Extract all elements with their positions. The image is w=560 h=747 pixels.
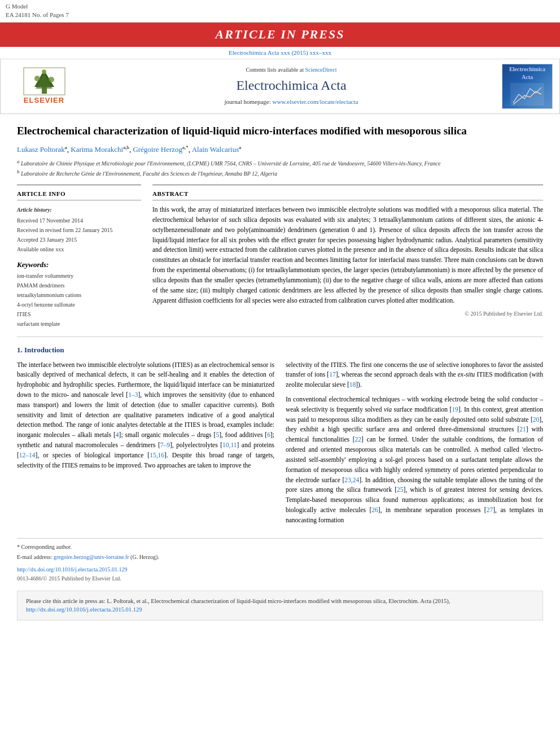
body-two-col: The interface between two immiscible ele… [17, 360, 543, 530]
journal-header: ELSEVIER Contents lists available at Sci… [0, 59, 560, 114]
ref-7-9[interactable]: 7–9 [160, 442, 170, 448]
ref-23-24[interactable]: 23,24 [344, 477, 359, 483]
main-content: Electrochemical characterization of liqu… [0, 114, 560, 631]
article-info-col: ARTICLE INFO Article history: Received 1… [17, 185, 141, 329]
body-col-right: selectivity of the ITIES. The first one … [286, 360, 543, 530]
ref-17[interactable]: 17 [329, 371, 336, 378]
ref-18[interactable]: 18 [349, 381, 356, 388]
elsevier-logo: ELSEVIER [7, 67, 81, 106]
author-herzog: Grégoire Herzog [133, 145, 182, 154]
ref-4[interactable]: 4 [116, 431, 119, 438]
abstract-col: ABSTRACT In this work, the array of mini… [152, 185, 543, 329]
ref-20[interactable]: 20 [533, 416, 540, 423]
footer-citation: Please cite this article in press as: L.… [17, 591, 543, 621]
footnote-corresponding: * Corresponding author. [17, 543, 543, 551]
elsevier-tree-icon [23, 67, 65, 95]
intro-para-2: selectivity of the ITIES. The first one … [286, 360, 543, 390]
svg-point-4 [49, 77, 54, 82]
doi-bar: Electrochimica Acta xxx (2015) xxx–xxx [0, 47, 560, 59]
ref-5[interactable]: 5 [216, 431, 219, 438]
email-link[interactable]: gregoire.herzog@univ-lorraine.fr [54, 554, 129, 560]
accepted-date: Accepted 23 January 2015 [17, 235, 141, 244]
author-walcarius: Alain Walcarius [192, 145, 239, 154]
affiliation-b: b Laboratoire de Recherche Génie de l'En… [17, 168, 543, 178]
ref-27[interactable]: 27 [487, 506, 493, 513]
abstract-text: In this work, the array of miniaturized … [152, 205, 543, 305]
article-info-abstract: ARTICLE INFO Article history: Received 1… [17, 185, 543, 329]
keyword-2: PAMAM dendrimers [17, 281, 141, 290]
keywords-heading: Keywords: [17, 260, 141, 270]
contents-available: Contents lists available at ScienceDirec… [81, 66, 502, 74]
intro-para-3: In conventional electrochemical techniqu… [286, 395, 543, 526]
license-text: 0013-4686/© 2015 Published by Elsevier L… [17, 575, 543, 583]
ref-26[interactable]: 26 [371, 506, 378, 513]
history-heading: Article history: [17, 205, 141, 215]
author-morakchi: Karima Morakchi [71, 145, 123, 154]
keyword-1: ion-transfer voltammetry [17, 271, 141, 281]
intro-para-1: The interface between two immiscible ele… [17, 360, 274, 471]
svg-point-5 [42, 69, 46, 74]
journal-homepage: journal homepage: www.elsevier.com/locat… [81, 98, 502, 106]
ref-22[interactable]: 22 [355, 436, 362, 443]
section-divider [17, 337, 543, 337]
available-online: Available online xxx [17, 244, 141, 254]
keyword-4: 4-octyl benzene sulfonate [17, 300, 141, 309]
journal-center-info: Contents lists available at ScienceDirec… [81, 66, 502, 106]
abstract-heading: ABSTRACT [152, 190, 543, 200]
ref-21[interactable]: 21 [519, 426, 526, 433]
svg-point-3 [34, 76, 40, 81]
intro-heading: 1. Introduction [17, 345, 543, 355]
ref-15-16[interactable]: 15,16 [150, 452, 164, 458]
received-revised-date: Received in revised form 22 January 2015 [17, 225, 141, 235]
elsevier-label: ELSEVIER [24, 95, 64, 106]
affiliation-a: a Laboratoire de Chimie Physique et Micr… [17, 158, 543, 168]
keyword-5: ITIES [17, 309, 141, 319]
article-in-press-banner: ARTICLE IN PRESS [0, 23, 560, 47]
journal-cover-image: ElectrochimicaActa [502, 64, 553, 109]
ref-12-14[interactable]: 12–14 [19, 452, 36, 458]
model-info: G Model EA 24181 No. of Pages 7 [6, 2, 69, 20]
article-title: Electrochemical characterization of liqu… [17, 124, 543, 138]
copyright-line: © 2015 Published by Elsevier Ltd. [152, 310, 543, 318]
received-date: Received 17 November 2014 [17, 216, 141, 225]
sciencedirect-link[interactable]: ScienceDirect [305, 67, 336, 73]
top-banner: G Model EA 24181 No. of Pages 7 [0, 0, 560, 23]
footnote-email: E-mail address: gregoire.herzog@univ-lor… [17, 553, 543, 561]
ref-19[interactable]: 19 [452, 406, 458, 413]
ref-10-11[interactable]: 10,11 [222, 442, 237, 448]
cover-chart-icon [510, 83, 544, 106]
homepage-link[interactable]: www.elsevier.com/locate/electacta [272, 98, 358, 105]
keywords-section: Keywords: ion-transfer voltammetry PAMAM… [17, 260, 141, 329]
ref-1-3[interactable]: 1–3 [128, 391, 138, 398]
journal-title: Electrochimica Acta [81, 76, 502, 95]
ref-6[interactable]: 6 [267, 431, 270, 438]
footnotes: * Corresponding author. E-mail address: … [17, 538, 543, 561]
article-info-heading: ARTICLE INFO [17, 190, 141, 200]
doi-link[interactable]: http://dx.doi.org/10.1016/j.electacta.20… [17, 566, 128, 573]
authors: Lukasz Poltoraka, Karima Morakchia,b, Gr… [17, 144, 543, 155]
ref-25[interactable]: 25 [397, 486, 404, 493]
keyword-3: tetraalkylammonium cations [17, 290, 141, 300]
article-history: Article history: Received 17 November 20… [17, 205, 141, 254]
body-col-left: The interface between two immiscible ele… [17, 360, 274, 530]
keyword-6: surfactant template [17, 319, 141, 329]
doi-link-section: http://dx.doi.org/10.1016/j.electacta.20… [17, 566, 543, 574]
author-poltorak: Lukasz Poltorak [17, 145, 65, 154]
affiliations: a Laboratoire de Chimie Physique et Micr… [17, 158, 543, 178]
footer-doi-link[interactable]: http://dx.doi.org/10.1016/j.electacta.20… [26, 606, 142, 613]
